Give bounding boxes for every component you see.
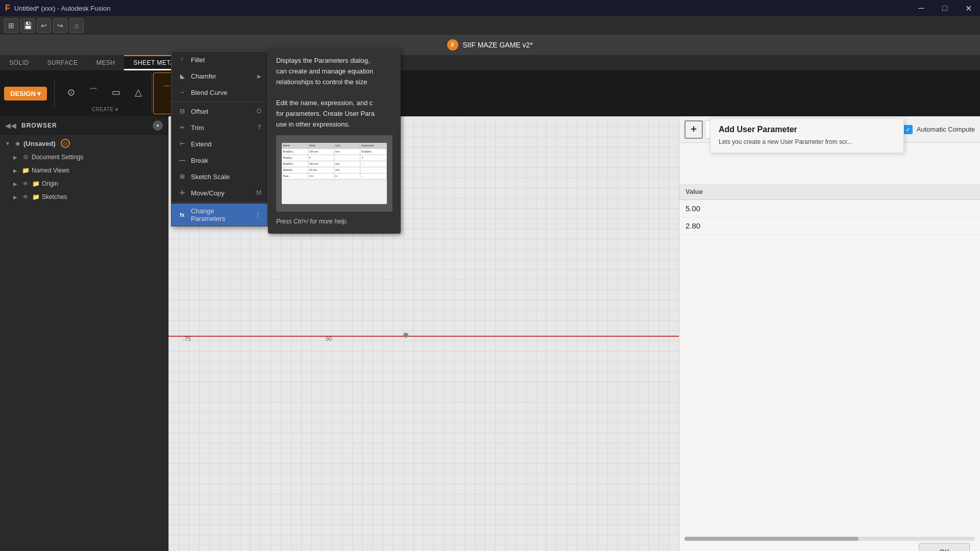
ttm-header-row: Name Value Unit Expression (282, 143, 386, 149)
named-views-folder-icon: 📁 (21, 166, 30, 174)
change-params-label: Change Parameters (191, 207, 250, 222)
tooltip-line6: for parameters. Create User Para (276, 109, 393, 119)
create-group-label[interactable]: CREATE ▾ (92, 107, 118, 112)
menu-item-change-params[interactable]: fx Change Parameters ⋮ (172, 204, 267, 226)
origin-folder-icon: 📁 (32, 180, 40, 188)
browser-back-arrow[interactable]: ◀◀ (5, 121, 16, 130)
browser-pin-button[interactable]: ● (153, 120, 163, 131)
auto-compute-section: ✓ Automatic Compute (903, 125, 975, 134)
menu-item-break[interactable]: — Break (172, 152, 267, 168)
horizontal-axis (168, 336, 679, 337)
add-param-tooltip-desc: Lets you create a new User Parameter fro… (719, 137, 895, 146)
params-scrollbar-thumb[interactable] (684, 537, 859, 541)
modify-dropdown-menu: ◜ Fillet ◣ Chamfer ▶ ~ Blend Curve ⊟ Off… (171, 51, 268, 227)
move-copy-label: Move/Copy (191, 189, 225, 197)
undo-button[interactable]: ↩ (37, 18, 51, 33)
browser-item-named-views[interactable]: ▶ 📁 Named Views (8, 164, 168, 177)
fillet-menu-icon: ◜ (178, 55, 187, 64)
ttm-r3c4: ... (360, 161, 386, 167)
ttm-r3c2: 100 mm (308, 161, 334, 167)
origin-eye-icon: 👁 (21, 180, 30, 188)
line-icon: ⌒ (87, 86, 100, 99)
menu-item-move-copy[interactable]: ✛ Move/Copy M (172, 185, 267, 201)
chamfer-menu-icon: ◣ (178, 71, 187, 81)
browser-item-sketches[interactable]: ▶ 👁 📁 Sketches (8, 190, 168, 204)
break-menu-icon: — (178, 156, 187, 165)
tooltip-line1: Displays the Parameters dialog, (276, 56, 393, 66)
param-value-row-1[interactable]: 5.00 (679, 200, 980, 217)
tab-surface[interactable]: SURFACE (38, 55, 87, 70)
title-bar: F Untitled* (xxx) - Autodesk Fusion ─ □ … (0, 0, 980, 16)
ttm-row-4: Material... 10 mm mm ... (282, 167, 386, 173)
create-icon-1[interactable]: ⊙ (61, 81, 81, 104)
tab-mesh[interactable]: MESH (87, 55, 125, 70)
grid-button[interactable]: ⊞ (4, 18, 18, 33)
ttm-r1c4: BoatDim... (360, 149, 386, 155)
tab-solid[interactable]: SOLID (0, 55, 38, 70)
doc-label: (Unsaved) (23, 140, 56, 147)
auto-compute-label: Automatic Compute (917, 126, 975, 133)
offset-label: Offset (191, 108, 208, 115)
named-views-arrow: ▶ (13, 168, 19, 173)
sketches-eye-icon: 👁 (21, 193, 30, 201)
offset-menu-icon: ⊟ (178, 107, 187, 116)
add-param-tooltip: Add User Parameter Lets you create a new… (710, 118, 904, 153)
maximize-button[interactable]: □ (933, 0, 957, 16)
menu-item-extend[interactable]: ⊢ Extend (172, 136, 267, 152)
ttm-r3c1: BoatDim... (282, 161, 308, 167)
coord-left: -75 (183, 336, 191, 342)
ttm-row-3: BoatDim... 100 mm mm ... (282, 161, 386, 167)
triangle-icon: △ (132, 86, 145, 99)
add-param-tooltip-title: Add User Parameter (719, 125, 895, 134)
minimize-button[interactable]: ─ (910, 0, 933, 16)
param-value-row-2[interactable]: 2.80 (679, 217, 980, 235)
value-column-header: Value (685, 188, 703, 195)
auto-compute-checkbox[interactable]: ✓ (903, 125, 913, 134)
rect-icon: ▭ (109, 86, 122, 99)
menu-item-fillet[interactable]: ◜ Fillet (172, 52, 267, 68)
menu-item-chamfer[interactable]: ◣ Chamfer ▶ (172, 68, 267, 84)
tooltip-line5: Edit the name, expression, and c (276, 98, 393, 109)
home-button[interactable]: ⌂ (69, 18, 84, 33)
menu-item-blend-curve[interactable]: ~ Blend Curve (172, 84, 267, 101)
params-scrollbar[interactable] (684, 537, 975, 541)
ok-button[interactable]: OK (919, 543, 970, 551)
unsaved-badge: ⊙ (61, 139, 70, 148)
move-copy-icon: ✛ (178, 188, 187, 197)
app-title-text: SIIF MAZE GAME v2* (462, 41, 533, 49)
add-param-button[interactable]: + (684, 120, 703, 139)
quick-access-toolbar: ⊞ 💾 ↩ ↪ ⌂ (0, 16, 980, 35)
change-params-options[interactable]: ⋮ (254, 211, 261, 219)
ttm-row-2: BoatQu... 4 4 (282, 155, 386, 161)
sketch-scale-label: Sketch Scale (191, 173, 230, 181)
create-icon-2[interactable]: ⌒ (83, 81, 104, 104)
ttm-r4c1: Material... (282, 167, 308, 173)
trim-shortcut: T (258, 124, 261, 131)
create-icons: ⊙ ⌒ ▭ △ (61, 74, 149, 107)
menu-item-offset[interactable]: ⊟ Offset O (172, 103, 267, 119)
sketches-label: Sketches (42, 193, 67, 201)
break-label: Break (191, 157, 208, 164)
menu-item-sketch-scale[interactable]: ⊞ Sketch Scale (172, 168, 267, 185)
move-shortcut: M (256, 189, 261, 196)
browser-title: BROWSER (21, 122, 150, 129)
create-icon-3[interactable]: ▭ (106, 81, 126, 104)
create-icon-4[interactable]: △ (128, 81, 149, 104)
browser-item-document[interactable]: ▼ ◈ (Unsaved) ⊙ (0, 135, 168, 151)
app-title-bar: F SIIF MAZE GAME v2* (0, 35, 980, 55)
doc-settings-gear-icon: ⚙ (21, 153, 30, 161)
close-button[interactable]: ✕ (957, 0, 980, 16)
browser-item-origin[interactable]: ▶ 👁 📁 Origin (8, 177, 168, 190)
browser-item-doc-settings[interactable]: ▶ ⚙ Document Settings (8, 151, 168, 164)
design-button[interactable]: DESIGN ▾ (4, 87, 47, 101)
change-params-tooltip: Displays the Parameters dialog, can crea… (268, 48, 401, 234)
redo-button[interactable]: ↪ (53, 18, 67, 33)
ttm-h4: Expression (360, 143, 386, 148)
origin-dot (403, 333, 408, 338)
ttm-r2c3 (334, 155, 360, 161)
extend-menu-icon: ⊢ (178, 139, 187, 148)
save-button[interactable]: 💾 (20, 18, 35, 33)
ttm-r5c4: ... (360, 173, 386, 179)
menu-item-trim[interactable]: ✂ Trim T (172, 119, 267, 136)
ttm-r5c2: 3 in (308, 173, 334, 179)
